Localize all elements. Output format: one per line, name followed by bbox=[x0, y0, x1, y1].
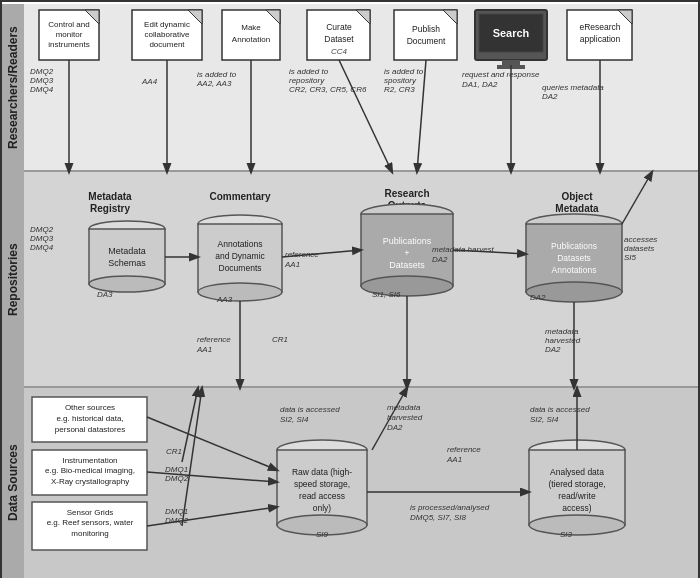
diagram-container: Researchers/Readers Repositories Data So… bbox=[0, 0, 700, 578]
datasources-label: Data Sources bbox=[2, 388, 24, 578]
researchers-label: Researchers/Readers bbox=[2, 4, 24, 172]
repositories-label: Repositories bbox=[2, 172, 24, 388]
datasources-row-bg bbox=[24, 388, 698, 578]
repositories-row-bg bbox=[24, 172, 698, 388]
researchers-row-bg bbox=[24, 4, 698, 172]
